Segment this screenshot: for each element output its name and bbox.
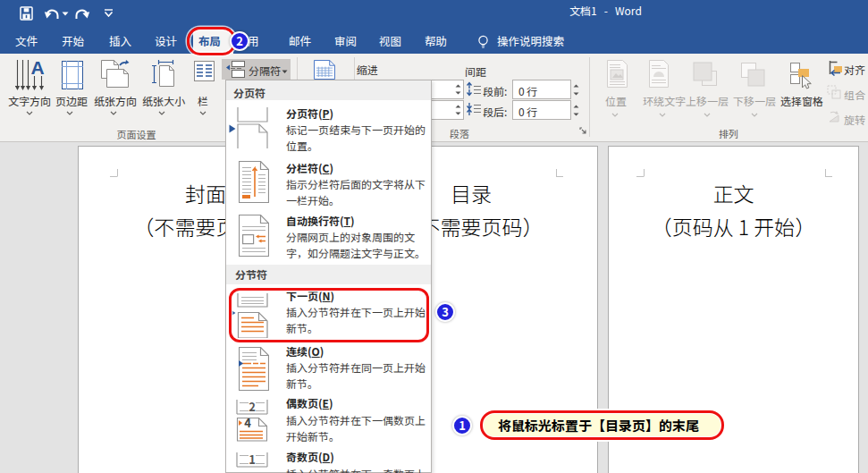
svg-text:A: A	[30, 60, 44, 80]
svg-text:4: 4	[244, 414, 251, 431]
svg-text:2: 2	[249, 400, 256, 415]
svg-text:1: 1	[249, 452, 256, 468]
